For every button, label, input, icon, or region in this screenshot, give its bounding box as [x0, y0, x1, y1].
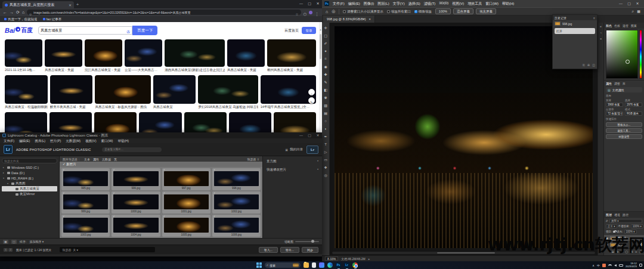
panel-header[interactable]: 直方图 [267, 159, 318, 163]
tool-button[interactable]: ✒ [323, 132, 329, 140]
minimize-button[interactable]: — [617, 0, 625, 7]
tray-app-icon[interactable] [602, 264, 606, 267]
minimize-button[interactable]: — [297, 132, 305, 138]
panel-tab[interactable]: 路径 [623, 213, 628, 217]
start-button[interactable] [256, 262, 262, 268]
back-icon[interactable]: ← [3, 10, 7, 14]
address-bar[interactable]: image.baidu.com/search/index?tn=baiduima… [27, 10, 301, 15]
menu-item[interactable]: 帮助(H) [502, 1, 514, 7]
ime-indicator[interactable]: 中 [597, 264, 600, 267]
tool-button[interactable]: ✛ [323, 24, 329, 32]
image-result[interactable] [184, 112, 227, 132]
menu-item[interactable]: 元数据(M) [66, 139, 80, 143]
panel-tab[interactable]: 库 [623, 82, 626, 85]
file-explorer-icon[interactable] [304, 262, 309, 268]
loupe-view-icon[interactable]: ▢ [11, 240, 17, 244]
maximize-button[interactable]: ▢ [305, 0, 314, 7]
filmstrip-button[interactable]: 导入... [259, 247, 278, 253]
folder-item[interactable]: 凤凰古城夜景 [2, 186, 57, 191]
menu-item[interactable]: 文字(Y) [393, 1, 405, 7]
panel-tab[interactable]: 颜色 [606, 24, 612, 27]
media-player-icon[interactable] [319, 262, 324, 268]
result-thumbnail[interactable] [274, 112, 316, 132]
tool-button[interactable]: ✚ [323, 70, 329, 78]
notepad-icon[interactable] [312, 262, 316, 268]
menu-item[interactable]: 编辑(E) [19, 139, 30, 143]
search-icon[interactable] [631, 9, 634, 14]
tool-button[interactable]: ◎ [323, 171, 329, 179]
photo-thumbnail[interactable] [63, 218, 108, 233]
image-result[interactable]: 云景——大美凤凰古… [125, 39, 162, 72]
zoom-preset-button[interactable]: 适合屏幕 [453, 8, 473, 14]
image-result[interactable]: 凤凰古城夜景 - 美篇 [45, 39, 82, 72]
grid-view-icon[interactable]: ▦ [3, 240, 8, 244]
property-value[interactable]: 2976 像素 [625, 103, 642, 107]
menu-item[interactable]: 滤镜(T) [424, 1, 436, 7]
filter-option[interactable]: 文本 [84, 157, 90, 161]
forward-icon[interactable]: → [10, 10, 14, 14]
photo-thumbnail[interactable] [113, 194, 158, 209]
bookmark-item[interactable]: fao:记事本 [43, 17, 62, 21]
filter-lock-label[interactable]: 筛选器 ⇧ [247, 157, 259, 161]
folder-item[interactable]: ▾ HD_RAW4 (E:) [2, 175, 57, 181]
site-info-icon[interactable] [29, 7, 32, 18]
zoom-tool-icon[interactable]: ◎ [332, 9, 335, 14]
tool-button[interactable]: ▨ [323, 101, 329, 109]
result-thumbnail[interactable] [5, 112, 47, 132]
collapse-panels-icon[interactable] [600, 24, 602, 28]
panel-tab[interactable]: 通道 [614, 213, 620, 217]
result-thumbnail[interactable] [95, 75, 150, 104]
result-thumbnail[interactable] [94, 112, 137, 132]
photo-cell[interactable]: 995.jpg [61, 168, 110, 190]
menu-item[interactable]: 视图(V) [85, 139, 96, 143]
tool-button[interactable]: ◗ [323, 125, 329, 132]
photo-cell[interactable]: 1004.jpg [112, 215, 160, 237]
baidu-search-button[interactable]: 百度一下 [132, 26, 157, 35]
filmstrip-button[interactable]: 同步 [302, 247, 318, 253]
extensions-icon[interactable] [304, 7, 306, 18]
menu-item[interactable]: 3D(D) [439, 1, 448, 7]
photo-cell[interactable]: 1002.jpg [212, 191, 261, 214]
panel-tab[interactable]: 色板 [614, 24, 620, 27]
menu-item[interactable]: 窗口(W) [101, 139, 113, 143]
lock-icon[interactable] [613, 231, 615, 233]
photo-cell[interactable]: 998.jpg [212, 168, 261, 190]
option-checkbox[interactable]: 缩放所有窗口 [387, 10, 411, 14]
menu-item[interactable]: 文件(F) [333, 1, 345, 7]
bookmark-star-icon[interactable] [295, 7, 298, 18]
result-thumbnail[interactable] [267, 39, 316, 67]
history-step-selected[interactable]: 打开 [555, 28, 595, 34]
panel-tab[interactable]: 调整 [614, 82, 620, 85]
opacity-value[interactable]: 100% ▾ [631, 224, 643, 228]
image-result[interactable] [5, 112, 47, 132]
volume-icon[interactable] [614, 264, 617, 267]
result-thumbnail[interactable] [227, 39, 265, 67]
menu-item[interactable]: 编辑(E) [348, 1, 360, 7]
image-result[interactable]: 凤凰古城夜景 - 美篇 [227, 39, 265, 72]
maximize-button[interactable]: ▢ [305, 132, 314, 138]
filmstrip-filter[interactable]: 筛选器: 关 ▾ [60, 247, 155, 252]
search-highlight-thumbnail[interactable] [293, 263, 299, 267]
quick-action-button[interactable]: 移除背景 [606, 134, 642, 139]
option-checkbox[interactable]: 细微缩放 [414, 10, 432, 14]
quick-action-button[interactable]: 裁剪工具... [606, 128, 642, 133]
blend-mode-select[interactable]: 正常 ▾ [606, 224, 617, 228]
photo-thumbnail[interactable] [214, 194, 259, 209]
chrome-taskbar-icon[interactable] [352, 262, 358, 268]
new-snapshot-icon[interactable] [587, 63, 590, 67]
result-thumbnail[interactable] [139, 112, 181, 132]
image-result[interactable]: 凤凰古城夜景 [153, 75, 196, 109]
camera-search-icon[interactable] [126, 25, 130, 36]
tool-button[interactable]: ❖ [323, 163, 329, 171]
panel-tab[interactable]: 图层 [606, 213, 612, 217]
photo-thumbnail[interactable] [214, 171, 259, 186]
baidu-home-link[interactable]: 百度首页 [284, 28, 299, 33]
image-result[interactable]: 凤凰古城夜景 - 松滋杨阳聊摄影 [5, 75, 48, 109]
result-thumbnail[interactable] [198, 75, 258, 104]
result-thumbnail[interactable] [49, 112, 92, 132]
thumbnail-size-slider[interactable] [295, 241, 319, 242]
image-result[interactable] [94, 112, 137, 132]
browser-tab[interactable]: 凤凰古城夜景_百度图片搜索 ✕ [2, 1, 74, 8]
login-button[interactable]: 登录 [302, 27, 316, 34]
menu-item[interactable]: 图层(L) [377, 1, 389, 7]
